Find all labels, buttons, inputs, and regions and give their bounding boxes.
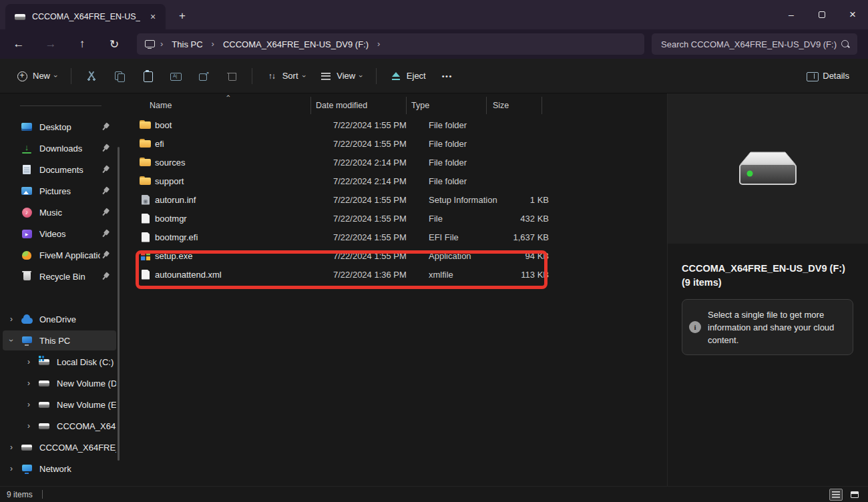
- sidebar-item-music[interactable]: Music: [3, 202, 116, 222]
- pin-icon: [98, 248, 114, 263]
- breadcrumb-separator: ›: [375, 39, 382, 49]
- chevron-right-icon[interactable]: ›: [3, 443, 20, 452]
- back-button[interactable]: ←: [7, 33, 30, 55]
- large-icons-view-button[interactable]: [848, 489, 861, 501]
- sidebar-item-documents[interactable]: Documents: [3, 160, 116, 180]
- refresh-button[interactable]: ↻: [103, 33, 126, 55]
- chevron-right-icon[interactable]: ›: [20, 379, 37, 388]
- cut-button[interactable]: [78, 64, 105, 88]
- column-header-type[interactable]: Type: [406, 97, 486, 114]
- sidebar-item-label: Recycle Bin: [33, 272, 100, 282]
- file-type: File folder: [424, 176, 504, 186]
- sidebar-item-new-volume-e[interactable]: › New Volume (E:): [20, 395, 116, 415]
- table-row[interactable]: bootmgr 7/22/2024 1:55 PM File 432 KB: [121, 209, 667, 228]
- details-info-text: Select a single file to get more informa…: [708, 308, 845, 346]
- minimize-button[interactable]: –: [776, 0, 807, 29]
- table-row[interactable]: boot 7/22/2024 1:55 PM File folder: [121, 115, 667, 134]
- chevron-right-icon[interactable]: ›: [3, 314, 20, 324]
- sidebar-item-new-volume-d[interactable]: › New Volume (D:): [20, 373, 116, 393]
- sidebar-item-this-pc[interactable]: › This PC: [3, 330, 116, 350]
- sidebar-item-cccoma-root[interactable]: › CCCOMA_X64FRE_EN-: [3, 437, 116, 457]
- sidebar-item-desktop[interactable]: Desktop: [3, 117, 116, 137]
- table-row[interactable]: bootmgr.efi 7/22/2024 1:55 PM EFI File 1…: [121, 228, 667, 246]
- copy-button[interactable]: [106, 64, 133, 88]
- file-size: 94 KB: [504, 251, 560, 261]
- recycle-bin-icon: [20, 270, 33, 282]
- setup-info-icon: [139, 194, 152, 206]
- sidebar-divider: [20, 105, 101, 106]
- file-name: bootmgr.efi: [154, 232, 329, 242]
- sidebar-item-pictures[interactable]: Pictures: [3, 181, 116, 201]
- sort-button[interactable]: ↑↓ Sort ›: [259, 64, 312, 88]
- maximize-button[interactable]: [807, 0, 837, 29]
- view-button[interactable]: View ›: [313, 64, 369, 88]
- sidebar-item-downloads[interactable]: Downloads: [3, 138, 116, 158]
- sidebar-item-fivem[interactable]: FiveM Application I: [3, 245, 116, 265]
- sidebar-item-network[interactable]: › Network: [3, 459, 116, 479]
- details-pane: CCCOMA_X64FRE_EN-US_DV9 (F:) (9 items) i…: [667, 93, 868, 486]
- sidebar-item-videos[interactable]: Videos: [3, 224, 116, 244]
- table-row[interactable]: sources 7/22/2024 2:14 PM File folder: [121, 153, 667, 172]
- status-bar: 9 items: [0, 486, 868, 502]
- more-options-button[interactable]: •••: [434, 64, 461, 88]
- close-button[interactable]: ×: [837, 0, 868, 29]
- rename-button[interactable]: [162, 64, 189, 88]
- videos-icon: [20, 228, 33, 240]
- sidebar-item-label: Downloads: [33, 144, 100, 154]
- paste-icon: [142, 70, 154, 82]
- search-box[interactable]: [652, 33, 857, 55]
- new-tab-button[interactable]: +: [172, 7, 192, 25]
- sidebar-item-cccoma-drive[interactable]: › CCCOMA_X64FRE_EI: [20, 416, 116, 436]
- up-button[interactable]: ↑: [71, 33, 93, 55]
- details-pane-button[interactable]: Details: [799, 64, 856, 88]
- forward-button[interactable]: →: [39, 33, 62, 55]
- address-bar[interactable]: › This PC › CCCOMA_X64FRE_EN-US_DV9 (F:)…: [137, 33, 644, 55]
- table-row[interactable]: support 7/22/2024 2:14 PM File folder: [121, 172, 667, 190]
- column-header-date-modified[interactable]: Date modified: [310, 97, 406, 114]
- command-bar: New › ↑↓ Sort › View › Eject ••• Deta: [0, 59, 868, 93]
- file-date: 7/22/2024 1:55 PM: [329, 251, 424, 261]
- chevron-down-icon: ›: [300, 75, 308, 77]
- chevron-right-icon[interactable]: ›: [20, 357, 37, 366]
- sidebar-item-label: New Volume (E:): [51, 400, 116, 410]
- chevron-right-icon[interactable]: ›: [3, 464, 20, 473]
- delete-icon: [226, 70, 238, 82]
- sidebar-item-onedrive[interactable]: › OneDrive: [3, 309, 116, 329]
- search-icon[interactable]: [840, 39, 851, 49]
- eject-icon: [390, 70, 402, 82]
- details-hero: [668, 93, 868, 244]
- chevron-right-icon[interactable]: ›: [20, 400, 37, 409]
- sidebar-scrollbar[interactable]: [118, 147, 120, 461]
- details-title: CCCOMA_X64FRE_EN-US_DV9 (F:) (9 items): [682, 262, 855, 290]
- breadcrumb-item-drive[interactable]: CCCOMA_X64FRE_EN-US_DV9 (F:): [219, 39, 373, 49]
- eject-button[interactable]: Eject: [383, 64, 433, 88]
- sidebar-item-label: Pictures: [33, 186, 100, 196]
- drive-icon: [20, 441, 33, 453]
- paste-button[interactable]: [134, 64, 161, 88]
- new-button[interactable]: New ›: [9, 64, 64, 88]
- folder-icon: [139, 138, 152, 150]
- drive-icon: [13, 11, 27, 23]
- chevron-right-icon[interactable]: ›: [20, 421, 37, 431]
- explorer-tab[interactable]: CCCOMA_X64FRE_EN-US_DV9 ×: [5, 4, 166, 29]
- column-header-size[interactable]: Size: [486, 97, 542, 114]
- table-row[interactable]: autounattend.xml 7/22/2024 1:36 PM xmlfi…: [121, 265, 667, 284]
- chevron-down-icon[interactable]: ›: [3, 336, 20, 345]
- column-header-name[interactable]: Name ›: [121, 97, 310, 114]
- sidebar-item-local-disk-c[interactable]: › Local Disk (C:): [20, 352, 116, 372]
- tab-close-icon[interactable]: ×: [146, 9, 160, 24]
- column-headers: Name › Date modified Type Size: [121, 97, 667, 114]
- sidebar-item-recycle-bin[interactable]: Recycle Bin: [3, 266, 116, 286]
- details-view-icon: [832, 491, 840, 498]
- table-row[interactable]: autorun.inf 7/22/2024 1:55 PM Setup Info…: [121, 190, 667, 209]
- details-view-button[interactable]: [829, 489, 843, 501]
- table-row[interactable]: efi 7/22/2024 1:55 PM File folder: [121, 134, 667, 153]
- file-date: 7/22/2024 1:55 PM: [329, 120, 424, 130]
- table-row[interactable]: setup.exe 7/22/2024 1:55 PM Application …: [121, 246, 667, 265]
- search-input[interactable]: [661, 39, 840, 49]
- breadcrumb-item-this-pc[interactable]: This PC: [168, 39, 206, 49]
- pin-icon: [98, 205, 114, 220]
- share-button[interactable]: [190, 64, 217, 88]
- view-label: View: [337, 71, 355, 81]
- delete-button[interactable]: [218, 64, 245, 88]
